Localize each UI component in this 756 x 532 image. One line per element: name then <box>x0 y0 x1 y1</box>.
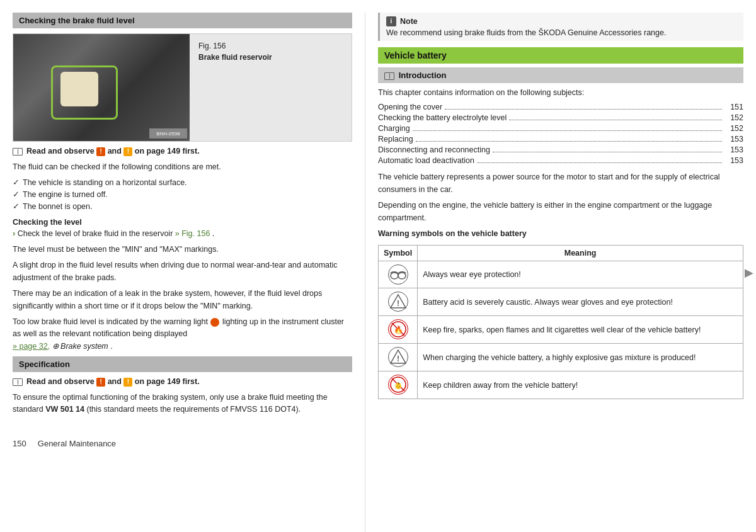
page: Checking the brake fluid level BNH-0598 … <box>0 0 756 532</box>
meaning-cell-2: Battery acid is severely caustic. Always… <box>418 288 743 316</box>
right-column: i Note We recommend using brake fluids f… <box>365 13 756 532</box>
read-observe-2: Read and observe ! and ! on page 149 fir… <box>13 377 352 387</box>
sym-cell-3: 🔥 <box>379 316 418 344</box>
intro-body: This chapter contains information on the… <box>378 87 743 99</box>
check-arrow: › <box>13 229 15 238</box>
note-label: Note <box>400 17 418 26</box>
page-link[interactable]: » page 32, <box>13 342 50 351</box>
toc-label-6: Automatic load deactivation <box>378 156 474 165</box>
meaning-cell-3: Keep fire, sparks, open flames and lit c… <box>418 316 743 344</box>
check-arrow-text: › Check the level of brake fluid in the … <box>13 228 352 240</box>
sym-icon-5: 👶 <box>388 375 408 395</box>
spec-body: To ensure the optimal functioning of the… <box>13 392 352 416</box>
section1-header: Checking the brake fluid level <box>13 13 352 28</box>
brake-fluid-image: BNH-0598 <box>13 34 190 141</box>
read-label-2: Read and observe <box>26 377 94 386</box>
book-icon-2 <box>13 378 23 386</box>
checklist-item-3: The bonnet is open. <box>13 201 352 213</box>
body-text-5: Too low brake fluid level is indicated b… <box>13 316 352 353</box>
read-observe-1: Read and observe ! and ! on page 149 fir… <box>13 147 352 156</box>
fig-title: Brake fluid reservoir <box>198 52 272 63</box>
spec-bold: VW 501 14 <box>45 405 84 414</box>
svg-point-0 <box>391 273 398 279</box>
toc-label-3: Charging <box>378 124 410 133</box>
image-area: BNH-0598 Fig. 156 Brake fluid reservoir <box>13 33 352 142</box>
toc-label-4: Replacing <box>378 135 413 144</box>
book-icon-3 <box>384 72 394 80</box>
toc-row-4: Replacing 153 <box>378 135 743 144</box>
fig-link[interactable]: » Fig. 156 <box>175 229 210 238</box>
toc-label-2: Checking the battery electrolyte level <box>378 113 507 122</box>
footer-page: 150 <box>13 439 26 448</box>
toc-row-2: Checking the battery electrolyte level 1… <box>378 113 743 122</box>
footer-separator <box>28 439 35 448</box>
note-text: We recommend using brake fluids from the… <box>386 28 666 37</box>
intro-title: Introduction <box>399 71 447 80</box>
svg-text:!: ! <box>397 299 399 308</box>
read-observe-text-1: Read and observe ! and ! on page 149 fir… <box>26 147 200 156</box>
section1-title: Checking the brake fluid level <box>19 16 135 25</box>
sym-icon-3: 🔥 <box>388 319 408 339</box>
svg-text:🔥: 🔥 <box>393 325 403 334</box>
checklist: The vehicle is standing on a horizontal … <box>13 177 352 212</box>
warning-title: Warning symbols on the vehicle battery <box>378 228 743 240</box>
note-icon: i <box>386 16 396 26</box>
body-text-3: A slight drop in the fluid level results… <box>13 259 352 284</box>
table-header-symbol: Symbol <box>379 246 418 261</box>
scroll-arrow[interactable]: ▶ <box>745 266 753 280</box>
meaning-cell-4: When charging the vehicle battery, a hig… <box>418 344 743 371</box>
image-code: BNH-0598 <box>149 128 187 139</box>
toc-page-3: 152 <box>724 124 743 133</box>
meaning-cell-1: Always wear eye protection! <box>418 261 743 288</box>
note-box: i Note We recommend using brake fluids f… <box>378 13 743 41</box>
table-row-4: ! When charging the vehicle battery, a h… <box>379 344 743 371</box>
sym-cell-2: ! <box>379 288 418 316</box>
toc-dots-6 <box>477 162 722 163</box>
brake-system-italic: ⊕ Brake system <box>52 342 108 351</box>
right-body-1: The vehicle battery represents a power s… <box>378 171 743 196</box>
read-and-2: and <box>108 377 122 386</box>
body5-pre: Too low brake fluid level is indicated b… <box>13 317 208 326</box>
body-text-1: The fluid can be checked if the followin… <box>13 161 352 173</box>
warning-icon-red-1: ! <box>96 147 105 156</box>
page-footer: 150 General Maintenance <box>13 420 352 448</box>
read-end-2: on page 149 first. <box>135 377 200 386</box>
warning-icon-yellow-2: ! <box>123 378 132 387</box>
engine-illustration <box>13 34 190 141</box>
checking-level-title: Checking the level <box>13 218 352 227</box>
body5-end: . <box>110 342 112 351</box>
toc-dots-5 <box>493 152 722 152</box>
toc-dots-1 <box>445 109 722 110</box>
read-observe-text-2: Read and observe ! and ! on page 149 fir… <box>26 377 200 387</box>
toc-page-6: 153 <box>724 156 743 165</box>
sym-icon-4: ! <box>388 347 408 367</box>
vehicle-battery-title: Vehicle battery <box>384 50 447 60</box>
table-row-2: ! Battery acid is severely caustic. Alwa… <box>379 288 743 316</box>
toc-label-1: Opening the cover <box>378 103 442 111</box>
warning-icon-red-2: ! <box>96 378 105 387</box>
toc-row-5: Disconnecting and reconnecting 153 <box>378 145 743 154</box>
meaning-cell-5: Keep children away from the vehicle batt… <box>418 371 743 399</box>
section2-header: Specification <box>13 356 352 372</box>
svg-point-1 <box>398 273 406 279</box>
toc-dots-2 <box>509 120 722 120</box>
sym-cell-5: 👶 <box>379 371 418 399</box>
note-header: i Note <box>386 16 737 26</box>
sym-cell-1 <box>379 261 418 288</box>
spec-body-post: (this standard meets the requirements of… <box>86 405 301 414</box>
body-text-2: The level must be between the "MIN" and … <box>13 244 352 256</box>
fig-caption: Fig. 156 Brake fluid reservoir <box>190 34 281 141</box>
toc-page-5: 153 <box>724 145 743 154</box>
sym-icon-2: ! <box>388 291 408 312</box>
sym-cell-4: ! <box>379 344 418 371</box>
table-row-5: 👶 Keep children away from the vehicle ba… <box>379 371 743 399</box>
section2-title: Specification <box>19 359 70 369</box>
table-header-meaning: Meaning <box>418 246 743 261</box>
check-text-pre: Check the level of brake fluid in the re… <box>18 229 175 238</box>
toc-row-3: Charging 152 <box>378 124 743 133</box>
check-text-dot: . <box>212 229 214 238</box>
toc-table: Opening the cover 151 Checking the batte… <box>378 103 743 165</box>
table-row-1: Always wear eye protection! <box>379 261 743 288</box>
vehicle-battery-header: Vehicle battery <box>378 47 743 64</box>
read-and-1: and <box>108 147 122 156</box>
